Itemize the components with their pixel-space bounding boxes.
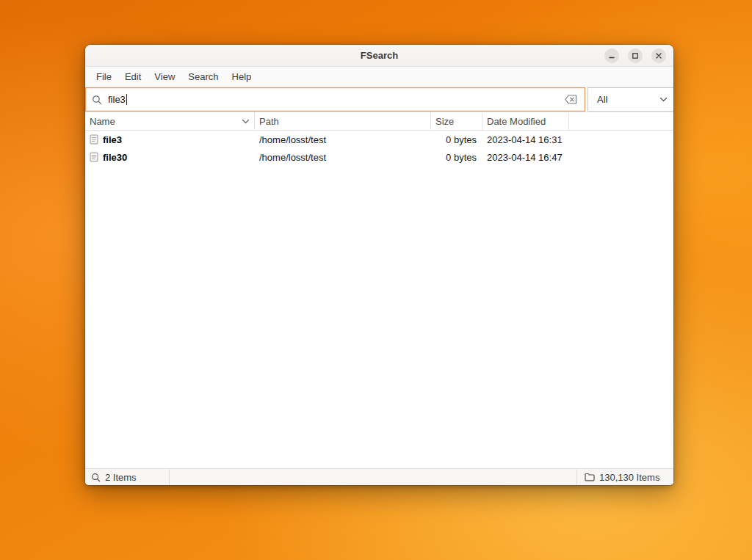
cell-path: /home/losst/test [255, 148, 431, 166]
table-row[interactable]: file3 /home/losst/test 0 bytes 2023-04-1… [85, 131, 673, 148]
column-header-name[interactable]: Name [85, 112, 255, 130]
file-date-modified: 2023-04-14 16:47 [487, 152, 563, 163]
menu-view[interactable]: View [148, 69, 181, 84]
file-path: /home/losst/test [259, 152, 326, 163]
column-header-size[interactable]: Size [431, 112, 482, 130]
file-name: file3 [103, 134, 122, 145]
clear-search-button[interactable] [563, 93, 579, 106]
cell-date-modified: 2023-04-14 16:47 [482, 148, 569, 166]
column-header-path-label: Path [259, 116, 279, 127]
folder-icon [585, 473, 595, 481]
filter-dropdown[interactable]: All [588, 87, 673, 112]
chevron-down-icon [659, 97, 668, 102]
column-header-date-modified-label: Date Modified [487, 116, 546, 127]
search-input-value: file3 [108, 94, 126, 105]
search-input[interactable]: file3 [85, 87, 585, 112]
search-row: file3 All [85, 87, 673, 112]
results-list: file3 /home/losst/test 0 bytes 2023-04-1… [85, 131, 673, 468]
statusbar-separator [169, 469, 170, 485]
backspace-icon [565, 95, 577, 104]
file-date-modified: 2023-04-14 16:31 [487, 134, 563, 145]
status-database-count[interactable]: 130,130 Items [577, 472, 673, 483]
cell-date-modified: 2023-04-14 16:31 [482, 131, 569, 148]
close-icon [655, 52, 662, 59]
search-icon [91, 473, 101, 482]
desktop-wallpaper: FSearch File Edit View Search Help [0, 0, 752, 560]
status-result-count-label: 2 Items [105, 472, 137, 483]
search-icon [92, 95, 102, 105]
statusbar: 2 Items 130,130 Items [85, 468, 673, 485]
file-size: 0 bytes [446, 152, 477, 163]
file-icon [90, 152, 98, 162]
column-header-name-label: Name [90, 116, 115, 127]
close-button[interactable] [651, 48, 666, 63]
table-row[interactable]: file30 /home/losst/test 0 bytes 2023-04-… [85, 148, 673, 166]
column-header-date-modified[interactable]: Date Modified [482, 112, 569, 130]
cell-size: 0 bytes [431, 148, 482, 166]
menubar: File Edit View Search Help [85, 67, 673, 87]
text-caret [126, 94, 127, 105]
minimize-icon [608, 52, 615, 59]
minimize-button[interactable] [604, 48, 619, 63]
file-icon [90, 134, 98, 145]
sort-descending-icon [242, 119, 250, 124]
column-header-path[interactable]: Path [255, 112, 431, 130]
menu-file[interactable]: File [90, 69, 118, 84]
file-name: file30 [103, 152, 127, 163]
status-result-count: 2 Items [85, 472, 169, 483]
menu-help[interactable]: Help [225, 69, 258, 84]
fsearch-window: FSearch File Edit View Search Help [85, 45, 673, 485]
cell-size: 0 bytes [431, 131, 482, 148]
menu-search[interactable]: Search [181, 69, 225, 84]
table-header: Name Path Size Date Modified [85, 112, 673, 131]
column-header-filler [569, 112, 673, 130]
maximize-button[interactable] [628, 48, 643, 63]
window-controls [604, 45, 666, 66]
cell-name: file30 [85, 148, 255, 166]
cell-path: /home/losst/test [255, 131, 431, 148]
window-title: FSearch [361, 50, 398, 61]
file-path: /home/losst/test [259, 134, 326, 145]
column-header-size-label: Size [435, 116, 454, 127]
file-size: 0 bytes [446, 134, 477, 145]
titlebar[interactable]: FSearch [85, 45, 673, 67]
filter-selected-value: All [597, 94, 659, 105]
cell-name: file3 [85, 131, 255, 148]
menu-edit[interactable]: Edit [118, 69, 148, 84]
maximize-icon [632, 52, 639, 59]
status-database-count-label: 130,130 Items [599, 472, 659, 483]
